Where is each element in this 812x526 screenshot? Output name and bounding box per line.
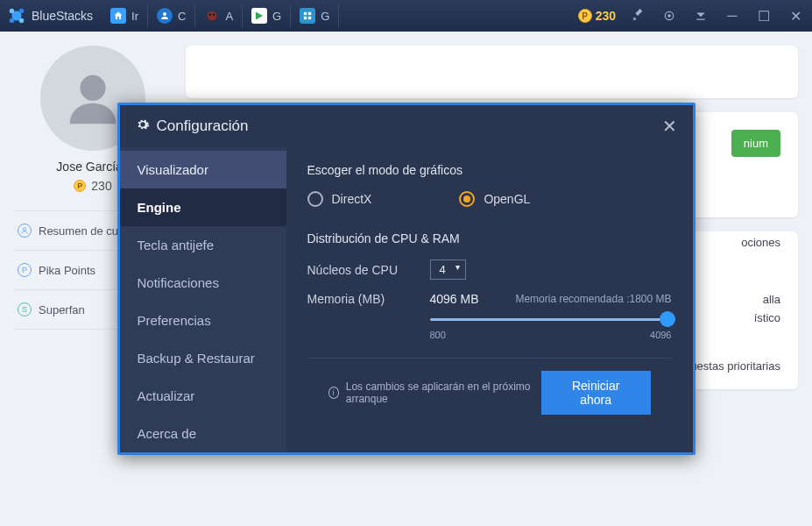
brush-icon[interactable] [628, 6, 647, 25]
title-tab-4[interactable]: G [291, 4, 339, 27]
cpu-label: Núcleos de CPU [307, 263, 430, 277]
memory-row: Memoria (MB) 4096 MB Memoria recomendada… [307, 292, 672, 306]
play-icon [251, 8, 267, 24]
tab-label: Ir [131, 10, 138, 23]
title-tab-1[interactable]: C [148, 4, 195, 27]
home-icon [110, 8, 126, 24]
points-chip[interactable]: P230 [578, 9, 616, 23]
tab-label: G [321, 10, 329, 23]
modal-title: Configuración [157, 117, 249, 135]
graphics-section-label: Escoger el modo de gráficos [307, 163, 672, 177]
radio-label: DirectX [332, 192, 372, 206]
radio-label: OpenGL [484, 192, 530, 206]
radio-opengl[interactable]: OpenGL [459, 191, 530, 207]
restart-button[interactable]: Reiniciar ahora [541, 371, 651, 415]
nav-backup-restaurar[interactable]: Backup & Restaurar [120, 339, 286, 377]
memory-recommended: Memoria recomendada :1800 MB [515, 293, 671, 305]
svg-point-2 [19, 9, 25, 14]
slider-max: 4096 [650, 330, 671, 340]
titlebar: BlueStacks Ir C A G G P230 ─ ☐ ✕ [0, 0, 812, 32]
minimize-button[interactable]: ─ [723, 6, 742, 25]
nav-actualizar[interactable]: Actualizar [120, 377, 286, 415]
memory-value: 4096 MB [430, 292, 479, 306]
svg-rect-10 [308, 12, 311, 15]
title-tab-3[interactable]: G [243, 4, 291, 27]
app-title: BlueStacks [32, 9, 93, 23]
cpu-cores-select[interactable]: 4 [430, 259, 466, 280]
svg-point-8 [213, 14, 215, 16]
close-icon[interactable]: ✕ [662, 116, 677, 137]
tab-label: G [272, 10, 281, 23]
memory-label: Memoria (MB) [307, 292, 430, 306]
points-value: 230 [596, 9, 616, 23]
modal-content: Escoger el modo de gráficos DirectX Open… [286, 147, 693, 452]
grid-icon [300, 8, 315, 24]
modal-body: Visualizador Engine Tecla antijefe Notif… [120, 147, 693, 452]
location-icon[interactable] [660, 6, 679, 25]
gear-icon [136, 117, 150, 136]
title-tab-2[interactable]: A [195, 4, 243, 27]
svg-point-1 [10, 9, 15, 14]
svg-rect-9 [304, 12, 307, 15]
footer-info: i Los cambios se aplicarán en el próximo… [328, 380, 541, 405]
svg-point-6 [208, 11, 217, 21]
cpuram-section-label: Distribución de CPU & RAM [307, 231, 672, 245]
modal-header: Configuración ✕ [120, 105, 693, 147]
svg-rect-11 [304, 17, 307, 19]
maximize-button[interactable]: ☐ [754, 6, 773, 25]
chevron-down-icon[interactable] [691, 6, 710, 25]
svg-rect-12 [308, 17, 311, 19]
cpu-cores-row: Núcleos de CPU 4 [307, 259, 672, 280]
titlebar-right: P230 ─ ☐ ✕ [578, 6, 805, 25]
modal-overlay: Configuración ✕ Visualizador Engine Tecl… [0, 32, 812, 526]
slider-min: 800 [430, 330, 446, 340]
slider-thumb[interactable] [660, 311, 675, 327]
close-button[interactable]: ✕ [786, 6, 805, 25]
tab-strip: Ir C A G G [102, 4, 339, 27]
modal-nav: Visualizador Engine Tecla antijefe Notif… [120, 147, 286, 452]
nav-engine[interactable]: Engine [120, 188, 286, 226]
app-logo-icon [7, 6, 26, 25]
tab-label: A [225, 10, 233, 23]
nav-preferencias[interactable]: Preferencias [120, 302, 286, 339]
modal-footer: i Los cambios se aplicarán en el próximo… [307, 358, 672, 427]
footer-info-text: Los cambios se aplicarán en el próximo a… [346, 380, 541, 405]
slider-track [430, 318, 672, 321]
title-tab-0[interactable]: Ir [102, 4, 148, 27]
app-icon [204, 8, 220, 24]
nav-tecla-antijefe[interactable]: Tecla antijefe [120, 226, 286, 264]
settings-modal: Configuración ✕ Visualizador Engine Tecl… [117, 103, 695, 455]
nav-notificaciones[interactable]: Notificaciones [120, 264, 286, 302]
svg-point-14 [668, 15, 670, 17]
svg-point-4 [19, 18, 25, 24]
svg-point-5 [163, 12, 166, 16]
radio-icon [459, 191, 475, 207]
graphics-radio-row: DirectX OpenGL [307, 191, 672, 207]
svg-point-3 [10, 18, 15, 24]
info-icon: i [328, 387, 339, 399]
radio-directx[interactable]: DirectX [307, 191, 372, 207]
coin-icon: P [578, 9, 592, 23]
contact-icon [157, 8, 173, 24]
memory-slider[interactable]: 800 4096 [430, 318, 672, 340]
svg-point-7 [209, 14, 211, 16]
nav-visualizador[interactable]: Visualizador [120, 151, 286, 188]
radio-icon [307, 191, 323, 207]
slider-labels: 800 4096 [430, 330, 672, 340]
tab-label: C [178, 10, 186, 23]
nav-acerca-de[interactable]: Acerca de [120, 415, 286, 452]
